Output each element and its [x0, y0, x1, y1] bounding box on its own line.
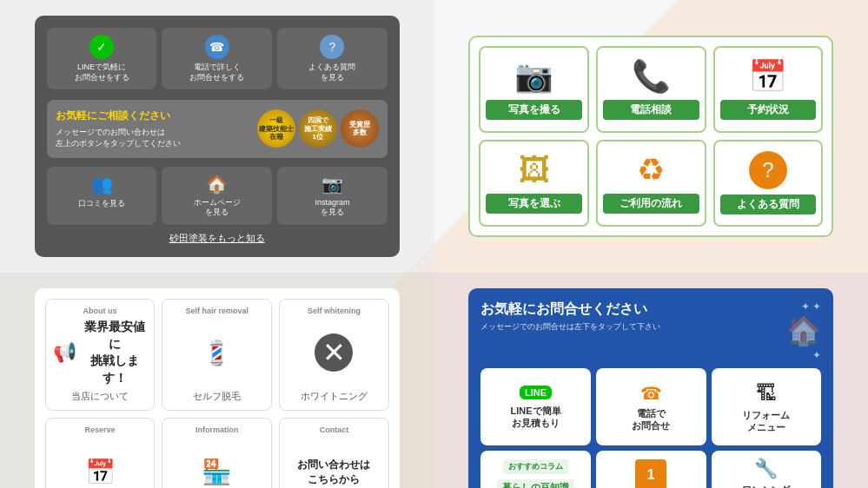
reviews-label: 口コミを見る: [78, 198, 125, 209]
image-icon: 🖼: [519, 152, 550, 188]
quadrant-bottom-left: About us 📢 業界最安値に挑戦します！ 当店について Self hair…: [0, 273, 434, 488]
store-info-cell[interactable]: Information 🏪 店舗情報: [162, 418, 272, 488]
reform-menu-icon: 🏗: [756, 381, 777, 406]
reserve-icon: 📅: [85, 458, 116, 486]
hair-removal-icon: 💈: [202, 339, 232, 367]
hair-removal-label: セルフ脱毛: [193, 390, 241, 403]
about-us-cell[interactable]: About us 📢 業界最安値に挑戦します！ 当店について: [45, 299, 156, 411]
phone-inquiry-button[interactable]: ☎ 電話でお問合せ: [596, 368, 706, 445]
quadrant-top-right: 📷 写真を撮る 📞 電話相談 📅 予約状況 🖼 写真を選ぶ ♻ ご利用の流れ ?: [434, 0, 869, 273]
consult-title: お気軽にご相談ください: [56, 109, 248, 123]
sparkle-icon: ✦ ✦: [801, 300, 821, 313]
quadrant-top-left: ✓ LINEで気軽にお問合せをする ☎ 電話で詳しくお問合せをする ? よくある…: [0, 0, 434, 273]
line-contact-button[interactable]: ✓ LINEで気軽にお問合せをする: [47, 28, 157, 89]
medal-3: 受賞歴多数: [341, 109, 379, 148]
consult-text: お気軽にご相談ください メッセージでのお問い合わせは左上のボタンをタップしてくだ…: [56, 109, 248, 148]
medals-section: 一級建築技能士在籍 四国で施工実績1位 受賞歴多数: [257, 109, 379, 148]
recommend-badge: おすすめコラム: [503, 459, 568, 474]
faq-button-label: よくある質問を見る: [308, 63, 355, 82]
flow-label: ご利用の流れ: [603, 194, 699, 214]
home-icon: 🏠: [206, 174, 228, 195]
reservation-status-label: 予約状況: [720, 100, 817, 120]
consult-sub: メッセージでのお問い合わせは左上のボタンをタップしてください: [56, 127, 248, 148]
wanshing-reform-button[interactable]: 🔧 ワンシングリフォームを紹介する: [712, 451, 822, 488]
contact-header: Contact: [320, 425, 349, 434]
question-icon: ?: [749, 151, 787, 189]
line-button-label: LINEで気軽にお問合せをする: [75, 63, 129, 82]
whitening-label: ホワイトニング: [301, 390, 368, 403]
onething-logo: 1: [635, 459, 666, 488]
bottom-nav-buttons: 👥 口コミを見る 🏠 ホームページを見る 📷 Instagramを見る: [47, 167, 388, 225]
salon-card: About us 📢 業界最安値に挑戦します！ 当店について Self hair…: [35, 288, 400, 488]
instagram-button[interactable]: 📷 Instagramを見る: [277, 167, 388, 225]
reform-card: お気軽にお問合せください メッセージでのお問合せは左下をタップして下さい ✦ ✦…: [468, 288, 833, 488]
faq-service-button[interactable]: ? よくある質問: [713, 140, 824, 227]
wanshing-icon: 🔧: [754, 458, 778, 480]
phone-icon: ☎: [205, 35, 229, 59]
recommend-sub-label: 暮らしの豆知識: [497, 479, 574, 488]
contact-cell[interactable]: Contact お問い合わせはこちらから D self salon Dino: [279, 418, 389, 488]
quadrant-bottom-right: お気軽にお問合せください メッセージでのお問合せは左下をタップして下さい ✦ ✦…: [434, 273, 869, 488]
calendar-icon: 📅: [748, 58, 787, 95]
service-grid-card: 📷 写真を撮る 📞 電話相談 📅 予約状況 🖼 写真を選ぶ ♻ ご利用の流れ ?: [468, 36, 833, 237]
top-contact-buttons: ✓ LINEで気軽にお問合せをする ☎ 電話で詳しくお問合せをする ? よくある…: [47, 28, 388, 89]
phone-inquiry-label: 電話でお問合せ: [632, 407, 670, 432]
photo-select-button[interactable]: 🖼 写真を選ぶ: [479, 140, 589, 227]
phone-consultation-icon: 📞: [632, 58, 671, 95]
megaphone-icon: 📢: [53, 341, 76, 364]
medal-1: 一級建築技能士在籍: [257, 109, 295, 148]
line-icon: ✓: [89, 35, 114, 59]
sparkle-icon-2: ✦: [812, 349, 821, 361]
faq-button[interactable]: ? よくある質問を見る: [277, 28, 388, 89]
line-estimate-label: LINEで簡単お見積もり: [511, 405, 561, 430]
recommend-column-button[interactable]: おすすめコラム 暮らしの豆知識 💡: [480, 451, 591, 488]
reform-menu-button[interactable]: 🏗 リフォームメニュー: [712, 368, 822, 445]
whitening-cell[interactable]: Self whitening ✕ ホワイトニング: [279, 299, 389, 411]
faq-service-label: よくある質問: [720, 195, 817, 214]
about-us-text: 業界最安値に挑戦します！: [82, 319, 148, 386]
onething-homepage-button[interactable]: 1 ONETHiNGホームページ: [596, 451, 706, 488]
wanshing-label: ワンシングリフォームを紹介する: [738, 484, 795, 488]
painting-company-card: ✓ LINEで気軽にお問合せをする ☎ 電話で詳しくお問合せをする ? よくある…: [35, 16, 400, 257]
reform-menu-label: リフォームメニュー: [742, 409, 790, 434]
reservation-status-button[interactable]: 📅 予約状況: [713, 46, 824, 133]
company-link[interactable]: 砂田塗装をもっと知る: [47, 232, 388, 245]
phone-consultation-label: 電話相談: [603, 100, 699, 120]
flow-button[interactable]: ♻ ご利用の流れ: [596, 140, 706, 227]
instagram-icon: 📷: [321, 174, 343, 195]
reviews-button[interactable]: 👥 口コミを見る: [47, 167, 157, 225]
reform-subtitle: メッセージでのお問合せは左下をタップして下さい: [480, 321, 660, 333]
photo-capture-button[interactable]: 📷 写真を撮る: [479, 46, 589, 133]
reviews-icon: 👥: [91, 174, 113, 195]
reform-header-text: お気軽にお問合せください メッセージでのお問合せは左下をタップして下さい: [480, 300, 660, 333]
reform-title: お気軽にお問合せください: [480, 300, 660, 319]
consult-section: お気軽にご相談ください メッセージでのお問い合わせは左上のボタンをタップしてくだ…: [47, 100, 388, 157]
reform-header: お気軽にお問合せください メッセージでのお問合せは左下をタップして下さい ✦ ✦…: [480, 300, 821, 361]
hair-removal-header: Self hair removal: [185, 307, 248, 315]
homepage-button[interactable]: 🏠 ホームページを見る: [162, 167, 272, 225]
whitening-header: Self whitening: [308, 307, 361, 315]
reserve-cell[interactable]: Reserve 📅 予約する: [45, 418, 156, 488]
hair-removal-cell[interactable]: Self hair removal 💈 セルフ脱毛: [162, 299, 272, 411]
line-estimate-button[interactable]: LINE LINEで簡単お見積もり: [480, 368, 591, 445]
phone-inquiry-icon: ☎: [640, 383, 662, 404]
phone-consultation-button[interactable]: 📞 電話相談: [596, 46, 706, 133]
instagram-label: Instagramを見る: [315, 198, 349, 218]
medal-2: 四国で施工実績1位: [299, 109, 337, 148]
recycle-icon: ♻: [637, 152, 665, 188]
phone-button-label: 電話で詳しくお問合せをする: [189, 63, 244, 82]
photo-capture-label: 写真を撮る: [486, 100, 582, 120]
phone-contact-button[interactable]: ☎ 電話で詳しくお問合せをする: [162, 28, 272, 89]
house-icon: 🏠: [786, 314, 821, 347]
store-icon: 🏪: [202, 458, 232, 486]
line-logo: LINE: [520, 386, 552, 399]
whitening-icon: ✕: [315, 333, 353, 372]
faq-icon: ?: [320, 35, 344, 59]
contact-text: お問い合わせはこちらから: [297, 458, 370, 487]
service-grid: 📷 写真を撮る 📞 電話相談 📅 予約状況 🖼 写真を選ぶ ♻ ご利用の流れ ?: [479, 46, 823, 227]
about-us-header: About us: [83, 307, 117, 315]
photo-select-label: 写真を選ぶ: [486, 194, 582, 214]
store-info-header: Information: [195, 425, 239, 434]
reform-grid: LINE LINEで簡単お見積もり ☎ 電話でお問合せ 🏗 リフォームメニュー …: [480, 368, 821, 488]
homepage-label: ホームページを見る: [194, 198, 241, 218]
